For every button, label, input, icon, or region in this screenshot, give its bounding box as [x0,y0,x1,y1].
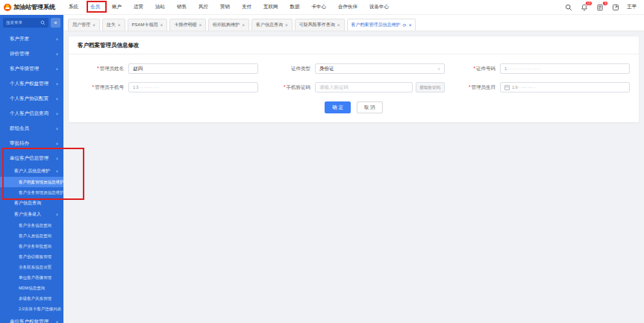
tab[interactable]: 挂失 × [102,19,125,31]
sidebar-item[interactable]: 业务联系信息设置 [0,262,63,272]
sidebar-item[interactable]: 客户等级管理 ∨ [0,61,63,76]
sidebar-item[interactable]: 客户人员信息维护 ∧ [0,166,63,177]
sidebar-item[interactable]: 客户信息查询 [0,198,63,209]
close-icon[interactable]: × [160,22,163,28]
top-nav-item[interactable]: 互联网 [263,2,279,12]
sidebar-item-label: 2.0实体卡客户迁移列表 [19,307,61,312]
collapse-icon[interactable]: « [51,18,60,28]
sidebar-search-input[interactable]: 搜索菜单 [3,18,49,28]
sidebar-item[interactable]: 客户业务审批查询 [0,241,63,251]
username[interactable]: 王平 [627,4,637,10]
tab[interactable]: 客户信息查询 × [251,19,293,31]
top-nav-item[interactable]: 运营 [133,2,144,12]
sidebar-item-label: 个人客户信息查询 [10,110,49,117]
admin-name-value: 赵四 [133,66,143,72]
top-nav-item[interactable]: 数据 [290,2,301,12]
app-root: 加油站管理系统 系统 会员 账户 运营 油站 销售 风控 营销 支付 [0,0,644,323]
sidebar-item[interactable]: 审批待办 ∨ [0,136,63,151]
top-nav-item[interactable]: 设备中心 [369,2,390,12]
required-mark: * [92,84,94,90]
sidebar-item[interactable]: 客户业务管理员信息维护 [0,187,63,198]
sidebar-item[interactable]: 客户开发 ∨ [0,31,63,46]
message-badge: 9 [602,1,608,6]
sidebar-item[interactable]: MDM信息查询 [0,283,63,293]
sidebar-item[interactable]: 评价管理 ∨ [0,46,63,61]
top-nav-item[interactable]: 账户 [111,2,122,12]
top-nav-item[interactable]: 会员 [90,2,101,12]
tab[interactable]: 可疑风险事件查询 × [295,19,345,31]
sms-code-label: *手机验证码 [263,84,310,91]
sidebar-item[interactable]: 客户业务信息查询 [0,220,63,231]
confirm-button[interactable]: 确 定 [325,101,351,113]
phone-input[interactable]: 13········· [128,82,258,92]
search-icon[interactable] [564,3,573,12]
sidebar-item-label: MDM信息查询 [19,286,45,291]
top-nav-item[interactable]: 油站 [154,2,166,12]
sidebar-item-label: 客户业务信息查询 [19,223,51,228]
top-right-actions: 10 9 王平 [564,3,644,12]
top-nav-item[interactable]: 支付 [241,2,252,12]
get-code-button[interactable]: 获取验证码 [416,82,446,92]
chevron-icon: ∨ [56,52,58,56]
logo-icon [4,4,11,11]
message-icon[interactable]: 9 [595,3,604,12]
close-icon[interactable]: × [409,22,412,28]
sidebar-item-label: 评价管理 [10,51,29,57]
sidebar-item[interactable]: 客户档案管理员信息维护 [0,177,63,187]
close-icon[interactable]: × [93,22,96,28]
close-icon[interactable]: × [285,22,288,28]
sidebar-item-label: 客户业务管理员信息维护 [19,190,63,195]
refresh-icon[interactable]: ⟳ [403,22,407,28]
sidebar-item[interactable]: 个人客户权益管理 ∨ [0,76,63,91]
close-icon[interactable]: × [118,22,121,28]
tab[interactable]: 客户档案管理员信息维护 ⟳ × [347,19,416,31]
sidebar-item[interactable]: 客户协议模板管理 [0,251,63,262]
fullscreen-icon[interactable] [611,3,620,12]
top-nav-item[interactable]: 销售 [176,2,187,12]
top-nav-item[interactable]: 合作伙伴 [337,2,358,12]
cert-type-label: 证件类型 [263,66,310,72]
top-nav-item[interactable]: 系统 [68,2,79,12]
sidebar-item[interactable]: 单位客户权益管理 ∨ [0,314,63,323]
cert-no-input[interactable]: 1··············· [500,63,630,74]
sidebar-item[interactable]: 个人客户信息查询 ∨ [0,106,63,121]
admin-name-input[interactable]: 赵四 [128,63,258,74]
tab[interactable]: 卡操作明细 × [169,19,206,31]
sms-code-input[interactable]: 请输入验证码 [315,82,413,92]
form-card: 客户档案管理员信息修改 *管理员姓名 赵四 证件类型 身份证 ∨ *证件号码 1… [69,37,639,122]
sidebar-item-label: 个人客户协议配置 [10,95,49,102]
sidebar-item[interactable]: 2.0实体卡客户迁移列表 [0,304,63,314]
form-actions: 确 定 取 消 [69,94,639,122]
close-icon[interactable]: × [337,22,340,28]
tab[interactable]: PSAM卡领用 × [128,19,168,31]
birthday-input[interactable]: 19··-··-·· [500,82,630,92]
cert-type-select[interactable]: 身份证 ∨ [315,63,445,74]
tab[interactable]: 用户管理 × [68,19,100,31]
close-icon[interactable]: × [198,22,201,28]
tab[interactable]: 组织机构维护 × [208,19,249,31]
top-nav-item[interactable]: 营销 [219,2,231,12]
tab-label: PSAM卡领用 [132,22,158,28]
sidebar-item[interactable]: 个人客户协议配置 ∨ [0,91,63,106]
sidebar-item[interactable]: 群组会员 ∨ [0,121,63,136]
top-nav-item[interactable]: 风控 [198,2,209,12]
main-area: 用户管理 × 挂失 × PSAM卡领用 × [63,15,644,323]
chevron-icon: ∨ [56,112,58,116]
main-layout: 搜索菜单 « 客户开发 ∨ 评价管理 ∨ [0,15,644,323]
close-icon[interactable]: × [242,22,245,28]
tab-bar: 用户管理 × 挂失 × PSAM卡领用 × [63,15,644,31]
sidebar-item[interactable]: 单位客户信息管理 ∧ [0,151,63,166]
sidebar-item-label: 个人客户权益管理 [10,81,49,87]
sidebar-item[interactable]: 多级客户关系管理 [0,293,63,304]
cancel-button[interactable]: 取 消 [357,101,383,113]
chevron-icon: ∨ [56,67,58,71]
top-nav-item[interactable]: 卡中心 [311,2,328,12]
sidebar-item[interactable]: 单位客户画像管理 [0,272,63,283]
chevron-icon: ∧ [56,169,58,173]
tab-label: 客户信息查询 [256,22,283,28]
card-title: 客户档案管理员信息修改 [69,37,639,54]
cert-no-label: *证件号码 [449,66,495,72]
sidebar-item[interactable]: 客户人员信息查询 [0,231,63,241]
bell-icon[interactable]: 10 [580,3,589,12]
sidebar-item[interactable]: 客户业务录入 ∨ [0,209,63,220]
